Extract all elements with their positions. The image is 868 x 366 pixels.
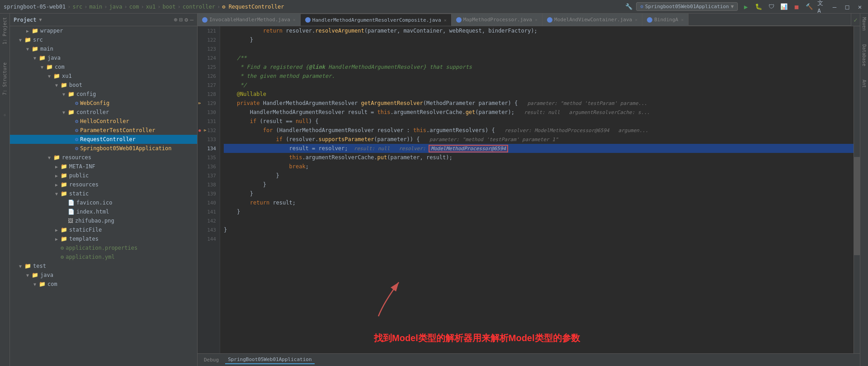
stop-button[interactable]: ■ — [792, 2, 801, 11]
close-icon[interactable]: ✕ — [635, 17, 637, 22]
tree-item-favicon[interactable]: ▶ 📄 favicon.ico — [10, 198, 197, 207]
tree-item-test-java[interactable]: ▼ 📁 java — [10, 271, 197, 280]
structure-label[interactable]: 7: Structure — [1, 61, 8, 97]
tree-item-appprops[interactable]: ▶ ⚙ application.properties — [10, 243, 197, 252]
tree-item-config[interactable]: ▼ 📁 config — [10, 90, 197, 99]
title-bar-right: 🔧 ⚙ Springboot05Web01Application ▼ ▶ 🐛 🛡… — [625, 2, 864, 11]
tree-item-parametertestcontroller[interactable]: ▶ ⚙ ParameterTestController — [10, 126, 197, 135]
file-tree: ▶ 📁 wrapper ▼ 📁 src ▼ 📁 main ▼ 📁 java — [10, 26, 197, 366]
close-button[interactable]: ✕ — [855, 2, 864, 11]
code-line-126: * the given method parameter. — [224, 71, 854, 81]
tree-item-springbootapp[interactable]: ▶ ⚙ Springboot05Web01Application — [10, 144, 197, 153]
run-config[interactable]: ⚙ Springboot05Web01Application ▼ — [636, 2, 738, 11]
profile-button[interactable]: 📊 — [779, 2, 788, 11]
config-icon: ⚙ — [61, 245, 64, 251]
tree-item-xu1[interactable]: ▼ 📁 xu1 — [10, 71, 197, 81]
code-line-127: */ — [224, 81, 854, 90]
item-label: controller — [76, 109, 109, 115]
tree-item-zhifubao[interactable]: ▶ 🖼 zhifubao.png — [10, 216, 197, 225]
editor-scrollbar[interactable] — [854, 26, 860, 353]
folder-icon: 📁 — [24, 37, 31, 43]
run-button[interactable]: ▶ — [741, 2, 750, 11]
favorites-label[interactable]: ☆ — [1, 111, 8, 120]
tab-handlermethod[interactable]: HandlerMethodArgumentResolverComposite.j… — [301, 14, 452, 26]
sync-icon[interactable]: ⊕ — [174, 16, 178, 23]
folder-icon: 📁 — [61, 82, 67, 88]
close-icon[interactable]: ✕ — [444, 18, 447, 23]
database-label[interactable]: Database — [861, 43, 868, 68]
tree-item-main[interactable]: ▼ 📁 main — [10, 44, 197, 53]
line-num-127: 127 — [198, 81, 220, 90]
tab-debug[interactable]: Debug — [201, 356, 222, 364]
line-num-135: 135 — [198, 153, 220, 162]
tree-item-meta-inf[interactable]: ▶ 📁 META-INF — [10, 162, 197, 171]
settings-icon[interactable]: ⚙ — [184, 16, 188, 23]
tree-item-boot[interactable]: ▼ 📁 boot — [10, 81, 197, 90]
tree-item-webconfig[interactable]: ▶ ⚙ WebConfig — [10, 99, 197, 108]
code-line-134: result = resolver; result: null resolver… — [224, 144, 854, 153]
code-content[interactable]: return resolver.resolveArgument(paramete… — [220, 26, 854, 353]
main-layout: 1: Project 7: Structure ☆ Project ▼ ⊕ ⊟ … — [0, 14, 868, 366]
tree-item-requestcontroller[interactable]: ▶ ⚙ RequestController — [10, 135, 197, 144]
debug-button[interactable]: 🐛 — [754, 2, 763, 11]
code-line-123 — [224, 44, 854, 53]
item-label: RequestController — [80, 136, 136, 143]
item-label: java — [47, 55, 61, 61]
tree-item-controller[interactable]: ▼ 📁 controller — [10, 108, 197, 117]
maven-label[interactable]: Maven — [861, 15, 868, 33]
build-button[interactable]: 🔨 — [805, 2, 814, 11]
translate-icon[interactable]: 文A — [817, 2, 826, 11]
right-sidebar: Maven Database Ant — [860, 14, 868, 366]
tab-invocable[interactable]: InvocableHandlerMethod.java ✕ — [198, 14, 301, 26]
code-line-140: return result; — [224, 198, 854, 207]
close-icon[interactable]: ✕ — [535, 17, 538, 22]
collapse-icon[interactable]: ⊟ — [179, 16, 183, 23]
minimize-button[interactable]: — — [830, 2, 839, 11]
line-num-132: 132●⊳ — [198, 126, 220, 135]
close-icon[interactable]: ✕ — [681, 17, 684, 22]
tab-bindinga[interactable]: BindingA ✕ — [642, 14, 689, 26]
code-line-129: private HandlerMethodArgumentResolver ge… — [224, 99, 854, 108]
tree-item-com[interactable]: ▼ 📁 com — [10, 62, 197, 71]
tab-mapmethodprocessor[interactable]: MapMethodProcessor.java ✕ — [452, 14, 542, 26]
tree-item-appyml[interactable]: ▶ ⚙ application.yml — [10, 252, 197, 261]
code-line-136: break; — [224, 162, 854, 171]
wrench-icon[interactable]: 🔧 — [625, 3, 632, 10]
maximize-button[interactable]: □ — [843, 2, 852, 11]
item-label: public — [69, 172, 89, 179]
tree-item-templates[interactable]: ▶ 📁 templates — [10, 234, 197, 243]
java-icon: ⚙ — [75, 118, 78, 124]
project-label[interactable]: 1: Project — [1, 15, 8, 46]
tree-item-indexhtml[interactable]: ▶ 📄 index.html — [10, 207, 197, 216]
tree-item-resources2[interactable]: ▶ 📁 resources — [10, 180, 197, 189]
code-line-130: HandlerMethodArgumentResolver result = t… — [224, 108, 854, 117]
java-icon: ⚙ — [75, 136, 78, 143]
java-tab-icon — [647, 17, 652, 23]
line-num-129: 129⊳ — [198, 99, 220, 108]
ant-label[interactable]: Ant — [861, 78, 868, 90]
java-icon: ⚙ — [75, 127, 78, 133]
item-label: zhifubao.png — [75, 218, 114, 224]
tree-item-wrapper[interactable]: ▶ 📁 wrapper — [10, 26, 197, 35]
tree-item-test-com[interactable]: ▼ 📁 com — [10, 280, 197, 289]
tree-item-test[interactable]: ▼ 📁 test — [10, 261, 197, 271]
java-tab-icon — [202, 17, 208, 23]
line-num-136: 136 — [198, 162, 220, 171]
code-line-132: for (HandlerMethodArgumentResolver resol… — [224, 126, 854, 135]
tree-item-static[interactable]: ▼ 📁 static — [10, 189, 197, 198]
project-panel: Project ▼ ⊕ ⊟ ⚙ — ▶ 📁 wrapper ▼ 📁 src — [10, 14, 198, 366]
close-icon[interactable]: ✕ — [293, 17, 296, 22]
tree-item-public[interactable]: ▶ 📁 public — [10, 171, 197, 180]
tree-item-java[interactable]: ▼ 📁 java — [10, 53, 197, 62]
item-label: index.html — [76, 209, 109, 215]
checkmark-icon: ✓ — [851, 14, 860, 26]
coverage-button[interactable]: 🛡 — [767, 2, 776, 11]
tree-item-staticfile[interactable]: ▶ 📁 staticFile — [10, 225, 197, 234]
hide-icon[interactable]: — — [190, 16, 193, 23]
tree-item-src[interactable]: ▼ 📁 src — [10, 35, 197, 44]
tab-modelandview[interactable]: ModelAndViewContainer.java ✕ — [542, 14, 642, 26]
line-num-141: 141 — [198, 207, 220, 216]
tab-springboot-app[interactable]: SpringBoot05Web01Application — [225, 356, 314, 364]
tree-item-resources[interactable]: ▼ 📁 resources — [10, 153, 197, 162]
tree-item-hellocontroller[interactable]: ▶ ⚙ HelloController — [10, 117, 197, 126]
